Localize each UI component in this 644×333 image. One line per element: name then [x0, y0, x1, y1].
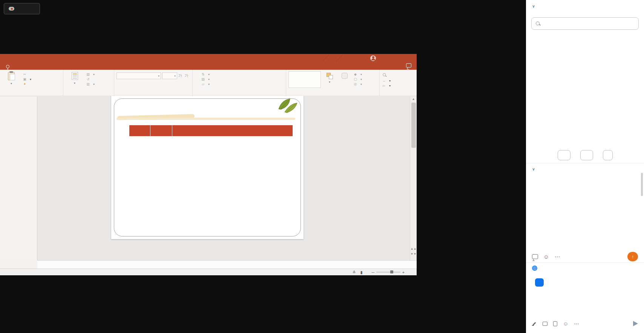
zoom-meeting-screen: ▾ ✂ ▣ ▾ ✦ ▾ ▤ ▾ ↺ ▥ ▾: [0, 0, 644, 333]
user-avatar-icon: [370, 55, 376, 61]
section-button[interactable]: ▥ ▾: [86, 82, 95, 86]
comments-icon[interactable]: [406, 63, 411, 68]
recording-indicator[interactable]: [4, 3, 40, 14]
cloud-recording-icon: [9, 6, 15, 11]
text-direction-icon: ⇅: [201, 72, 205, 76]
column-header: [172, 125, 293, 136]
titlebar-decoration: [322, 55, 368, 61]
send-message-button[interactable]: [633, 321, 638, 326]
zoom-in-icon[interactable]: +: [402, 270, 405, 275]
paragraph-group: ⇅ ▾ ▤ ▾ ▱ ▾: [193, 70, 286, 96]
table-header-row: [129, 125, 293, 137]
search-input[interactable]: [543, 20, 635, 27]
quick-styles-button[interactable]: [338, 71, 351, 91]
slide-canvas: [37, 97, 410, 260]
panel-divider: [526, 163, 644, 163]
shape-effects-icon: ◎: [353, 82, 357, 86]
reset-button[interactable]: ↺: [86, 77, 95, 81]
shapes-gallery[interactable]: [288, 71, 321, 88]
participants-more-button[interactable]: [603, 150, 613, 160]
font-size-combo[interactable]: ▾: [162, 72, 177, 79]
account-user[interactable]: [368, 55, 376, 61]
slides-group: ▾ ▤ ▾ ↺ ▥ ▾: [63, 70, 114, 96]
cut-button[interactable]: ✂: [23, 72, 31, 76]
title-swoosh-tail: [117, 118, 295, 120]
shape-fill-icon: ◆: [353, 72, 357, 76]
find-icon: [382, 73, 386, 77]
paste-button[interactable]: ▾: [2, 71, 20, 91]
layout-button[interactable]: ▤ ▾: [86, 72, 95, 76]
font-group: ▾ ▾ 가 가: [114, 70, 193, 96]
ribbon-tabs: [0, 62, 417, 70]
chat-input[interactable]: [532, 290, 638, 296]
grow-shrink-font-buttons[interactable]: 가 가: [178, 73, 189, 78]
shape-fill-button[interactable]: ◆ ▾: [353, 72, 362, 76]
shape-effects-button[interactable]: ◎ ▾: [353, 82, 362, 86]
new-slide-button[interactable]: ▾: [66, 71, 84, 91]
zoom-slider[interactable]: ─ +: [371, 270, 405, 275]
previous-slide-button[interactable]: ▲▲: [410, 247, 417, 250]
new-slide-icon: [72, 72, 78, 80]
section-icon: ▥: [86, 82, 90, 86]
copy-icon: ▣: [23, 77, 27, 81]
select-button[interactable]: ▻ ▾: [382, 84, 391, 87]
collapse-chat-icon[interactable]: ∨: [532, 167, 535, 172]
interpretation-table: [129, 125, 293, 137]
screenshot-icon[interactable]: [543, 322, 547, 326]
shape-outline-icon: ▢: [353, 77, 357, 81]
slide: [111, 96, 304, 239]
emoji-reaction-icon[interactable]: ☺: [543, 253, 549, 260]
format-painter-icon: ✦: [23, 82, 27, 86]
participant-search[interactable]: [531, 17, 639, 30]
chat-scrollbar-thumb[interactable]: [641, 173, 643, 196]
drawing-group: ▾ ◆ ▾ ▢ ▾ ◎ ▾: [286, 70, 380, 96]
mute-all-button[interactable]: [580, 150, 593, 160]
chat-bubble-icon[interactable]: [532, 254, 538, 259]
slide-thumbnail-panel: [0, 97, 37, 260]
slide-scrollbar[interactable]: ▲ ▲▲ ▼▼: [410, 97, 417, 260]
smartart-icon: ▱: [201, 82, 205, 86]
paste-icon: [8, 72, 15, 80]
chat-privacy-note: ⓘ: [532, 265, 638, 271]
jump-to-unread-button[interactable]: [627, 252, 638, 261]
ppt-title-bar: [0, 54, 417, 62]
ppt-status-bar: ≙ ▮ ─ +: [0, 269, 417, 275]
format-text-icon[interactable]: [532, 321, 537, 326]
font-name-combo[interactable]: ▾: [117, 72, 161, 79]
find-button[interactable]: [382, 72, 391, 78]
clipboard-group: ▾ ✂ ▣ ▾ ✦: [0, 70, 63, 96]
privacy-info-icon[interactable]: ⓘ: [532, 265, 537, 271]
smartart-button[interactable]: ▱ ▾: [201, 82, 210, 86]
align-text-icon: ▤: [201, 77, 205, 81]
more-options-icon[interactable]: ⋯: [574, 321, 579, 327]
chat-more-icon[interactable]: ⋯: [554, 253, 560, 260]
emoji-picker-icon[interactable]: ☺: [563, 321, 568, 327]
scrollbar-thumb[interactable]: [411, 103, 416, 148]
recipient-selector[interactable]: [535, 278, 544, 287]
attach-file-icon[interactable]: [553, 321, 557, 326]
copy-button[interactable]: ▣ ▾: [23, 77, 31, 81]
replace-icon: ↔: [382, 79, 386, 83]
next-slide-button[interactable]: ▼▼: [410, 252, 417, 256]
comments-toggle[interactable]: ▮: [360, 270, 363, 275]
text-direction-button[interactable]: ⇅ ▾: [201, 72, 210, 76]
arrange-button[interactable]: ▾: [323, 71, 336, 91]
scroll-up-icon[interactable]: ▲: [410, 97, 417, 101]
zoom-knob[interactable]: [390, 270, 393, 273]
collapse-participants-icon[interactable]: ∨: [532, 4, 535, 9]
notes-pane[interactable]: [37, 260, 417, 269]
tell-me-search[interactable]: [0, 64, 16, 70]
invite-button[interactable]: [558, 150, 570, 160]
align-text-button[interactable]: ▤ ▾: [201, 77, 210, 81]
reset-icon: ↺: [86, 77, 90, 81]
zoom-out-icon[interactable]: ─: [371, 270, 374, 275]
replace-button[interactable]: ↔ ▾: [382, 79, 391, 83]
column-header: [150, 125, 172, 136]
editing-group: ↔ ▾ ▻ ▾: [380, 70, 417, 96]
chat-divider: [526, 262, 644, 263]
zoom-side-panel: ∨ ∨ ☺ ⋯ ⓘ: [526, 0, 644, 333]
notes-toggle[interactable]: ≙: [353, 270, 356, 275]
shape-outline-button[interactable]: ▢ ▾: [353, 77, 362, 81]
column-header: [129, 125, 150, 136]
format-painter-button[interactable]: ✦: [23, 82, 31, 86]
